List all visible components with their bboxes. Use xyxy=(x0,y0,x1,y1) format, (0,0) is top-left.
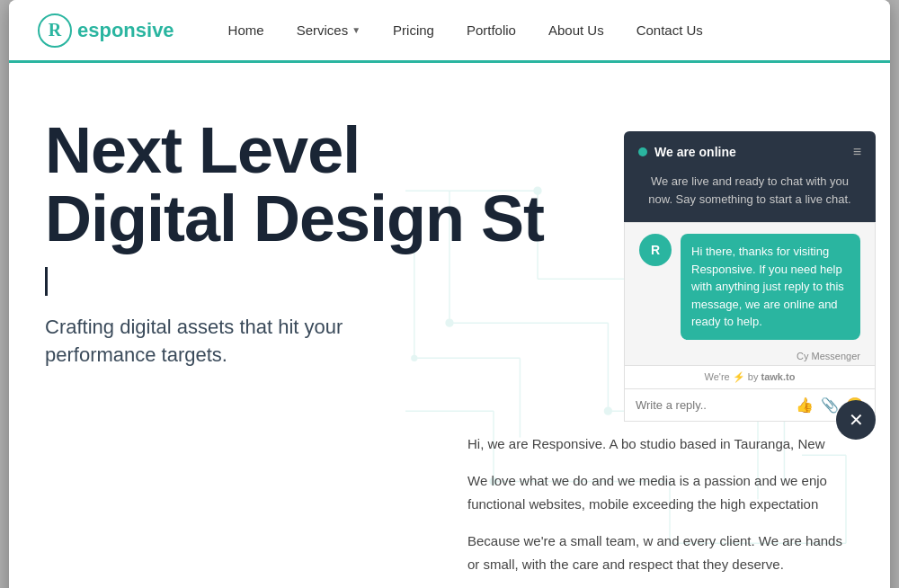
nav-links: Home Services ▼ Pricing Portfolio About … xyxy=(228,22,703,39)
chat-menu-icon[interactable]: ≡ xyxy=(853,144,861,160)
logo[interactable]: R esponsive xyxy=(38,13,174,48)
chat-header-left: We are online xyxy=(638,145,736,159)
about-para2: We love what we do and we media is a pas… xyxy=(467,469,854,515)
logo-text: esponsive xyxy=(77,19,174,42)
bolt-icon: ⚡ xyxy=(733,371,745,382)
browser-frame: R esponsive Home Services ▼ Pricing Port… xyxy=(9,0,890,588)
chat-powered-by: We're ⚡ by tawk.to xyxy=(625,365,875,388)
about-para1: Hi, we are Responsive. A bo studio based… xyxy=(467,432,854,456)
about-para3: Because we're a small team, w and every … xyxy=(467,530,854,575)
chat-bubble: Hi there, thanks for visiting Responsive… xyxy=(681,234,860,340)
nav-portfolio[interactable]: Portfolio xyxy=(467,22,516,38)
chat-close-button[interactable]: ✕ xyxy=(836,400,876,440)
chat-header: We are online ≡ xyxy=(624,131,876,173)
chat-tagline: We are live and ready to chat with you n… xyxy=(624,173,876,222)
attachment-icon[interactable]: 📎 xyxy=(821,396,839,414)
nav-home[interactable]: Home xyxy=(228,22,264,38)
nav-pricing[interactable]: Pricing xyxy=(393,22,434,38)
chat-widget: We are online ≡ We are live and ready to… xyxy=(624,131,876,422)
hero-subtitle: Crafting digital assets that hit your pe… xyxy=(45,314,458,370)
hero-content: Next Level Digital Design St Crafting di… xyxy=(9,63,638,432)
cursor-line xyxy=(45,267,48,296)
chat-sender-name: Cy Messenger xyxy=(625,351,875,365)
online-indicator xyxy=(638,147,647,156)
about-left xyxy=(45,432,432,588)
services-dropdown-arrow: ▼ xyxy=(352,25,360,35)
about-text: Hi, we are Responsive. A bo studio based… xyxy=(467,432,854,588)
nav-contact[interactable]: Contact Us xyxy=(636,22,703,38)
logo-r-letter: R xyxy=(49,20,61,40)
logo-icon: R xyxy=(38,13,72,48)
navbar: R esponsive Home Services ▼ Pricing Port… xyxy=(9,0,890,63)
nav-about[interactable]: About Us xyxy=(548,22,604,38)
chat-avatar: R xyxy=(639,234,672,266)
chat-reply-input[interactable] xyxy=(636,398,788,412)
nav-services[interactable]: Services ▼ xyxy=(297,22,360,38)
thumbs-up-icon[interactable]: 👍 xyxy=(796,396,814,414)
hero-title: Next Level Digital Design St xyxy=(45,117,602,253)
chat-message-area: R Hi there, thanks for visiting Responsi… xyxy=(625,223,875,351)
chat-body: R Hi there, thanks for visiting Responsi… xyxy=(624,222,876,422)
about-section: Hi, we are Responsive. A bo studio based… xyxy=(9,432,890,588)
chat-status-text: We are online xyxy=(654,145,736,159)
hero-section: Next Level Digital Design St Crafting di… xyxy=(9,63,890,588)
